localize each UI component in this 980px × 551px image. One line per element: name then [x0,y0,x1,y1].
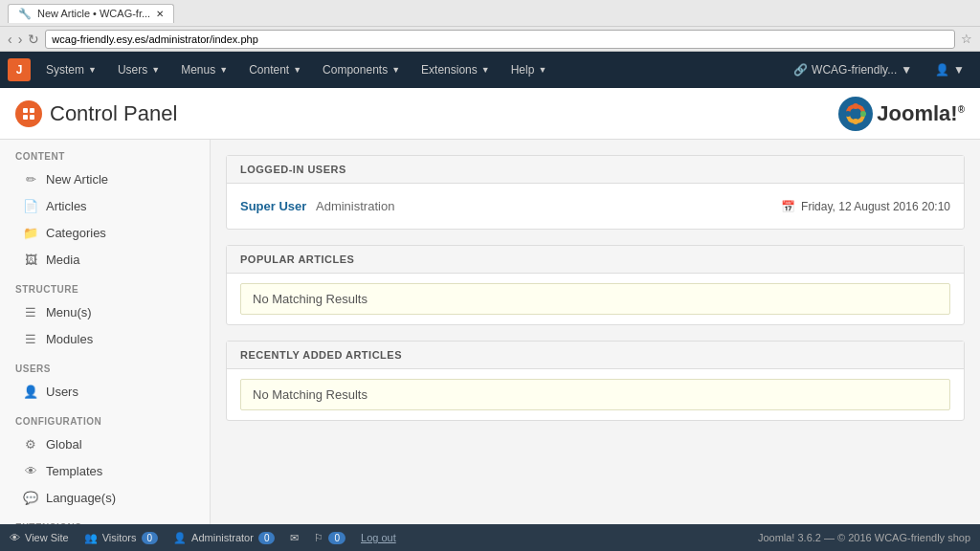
modules-icon: ☰ [23,331,38,346]
sidebar-item-users[interactable]: 👤 Users [0,378,210,405]
chevron-down-icon: ▼ [88,65,97,75]
sidebar-section-users: USERS [0,352,210,378]
browser-tab-bar: 🔧 New Article • WCAG-fr... ✕ [0,0,980,27]
tab-close-button[interactable]: ✕ [156,9,164,19]
svg-point-8 [845,111,851,117]
svg-rect-0 [23,108,28,113]
joomla-logo: Joomla!® [838,97,965,131]
back-button[interactable]: ‹ [8,32,12,47]
popular-articles-empty: No Matching Results [240,283,950,315]
user-icon: 👤 [23,384,38,399]
alert-badge: 0 [328,532,345,544]
nav-right: 🔗 WCAG-friendly... ▼ 👤 ▼ [786,59,972,80]
svg-point-7 [853,119,858,124]
header-left: Control Panel [15,100,177,127]
popular-articles-panel: POPULAR ARTICLES No Matching Results [226,245,965,325]
status-bar: 👁 View Site 👥 Visitors 0 👤 Administrator… [0,524,980,551]
chevron-down-icon: ▼ [391,65,400,75]
messages-badge: 0 [258,532,276,544]
nav-item-menus[interactable]: Menus ▼ [171,57,237,82]
user-row: Super User Administration 📅 Friday, 12 A… [240,193,950,219]
chevron-down-icon: ▼ [901,63,912,77]
page-header: Control Panel Joomla!® [0,88,980,140]
visitors-item: 👥 Visitors 0 [84,532,158,544]
nav-item-content[interactable]: Content ▼ [239,57,311,82]
sidebar-item-menus[interactable]: ☰ Menu(s) [0,298,210,325]
nav-item-extensions[interactable]: Extensions ▼ [412,57,500,82]
control-panel-icon [15,100,42,127]
sidebar-item-language[interactable]: 💬 Language(s) [0,484,210,511]
folder-icon: 📁 [23,225,38,240]
svg-rect-3 [30,115,34,120]
sidebar: CONTENT ✏ New Article 📄 Articles 📁 Categ… [0,140,211,524]
sidebar-item-articles[interactable]: 📄 Articles [0,192,210,219]
sidebar-item-categories[interactable]: 📁 Categories [0,219,210,246]
nav-item-help[interactable]: Help ▼ [501,57,557,82]
forward-button[interactable]: › [18,32,23,47]
sidebar-item-new-article[interactable]: ✏ New Article [0,165,210,192]
sidebar-item-media[interactable]: 🖼 Media [0,246,210,273]
svg-point-6 [860,111,866,117]
view-site-item[interactable]: 👁 View Site [10,532,69,543]
bookmark-icon[interactable]: ☆ [961,32,972,46]
chevron-down-icon: ▼ [538,65,546,75]
sidebar-section-configuration: CONFIGURATION [0,405,210,430]
user-menu[interactable]: 👤 ▼ [927,59,972,80]
external-link-icon: 🔗 [793,63,808,77]
url-input[interactable] [45,30,955,49]
page-title: Control Panel [50,101,177,126]
svg-point-5 [853,103,858,109]
sidebar-item-global[interactable]: ⚙ Global [0,430,210,457]
popular-articles-body: No Matching Results [227,274,964,324]
sidebar-section-structure: STRUCTURE [0,273,210,298]
svg-point-4 [838,97,873,131]
logged-in-users-header: LOGGED-IN USERS [227,156,964,184]
recently-added-header: RECENTLY ADDED ARTICLES [227,342,964,369]
chevron-down-icon: ▼ [481,65,490,75]
user-info: Super User Administration [240,199,394,213]
nav-item-components[interactable]: Components ▼ [313,57,410,82]
alert-icon: ⚐ [314,532,323,544]
recently-added-panel: RECENTLY ADDED ARTICLES No Matching Resu… [226,341,965,421]
pencil-icon: ✏ [23,171,38,187]
tab-favicon: 🔧 [18,8,32,20]
main-content: LOGGED-IN USERS Super User Administratio… [211,140,980,524]
administrator-item: 👤 Administrator 0 [173,532,275,544]
sidebar-section-extensions: EXTENSIONS [0,511,210,524]
alert-icon-item: ⚐ 0 [314,532,345,544]
image-icon: 🖼 [23,252,38,267]
logged-in-users-panel: LOGGED-IN USERS Super User Administratio… [226,155,965,230]
sidebar-item-templates[interactable]: 👁 Templates [0,457,210,484]
user-icon: 👤 [935,63,949,77]
user-name[interactable]: Super User [240,199,306,213]
sidebar-item-modules[interactable]: ☰ Modules [0,325,210,352]
nav-item-users[interactable]: Users ▼ [108,57,169,82]
mail-icon: ✉ [290,532,299,544]
chevron-down-icon: ▼ [151,65,160,75]
popular-articles-header: POPULAR ARTICLES [227,246,964,274]
recently-added-body: No Matching Results [227,369,964,420]
admin-icon: 👤 [173,532,187,544]
joomla-logo-icon [838,97,873,131]
visitors-badge: 0 [142,532,159,544]
joomla-text: Joomla!® [877,101,965,126]
chevron-down-icon: ▼ [219,65,228,75]
main-layout: CONTENT ✏ New Article 📄 Articles 📁 Categ… [0,140,980,524]
menu-icon: ☰ [23,304,38,320]
chevron-down-icon: ▼ [293,65,301,75]
recently-added-empty: No Matching Results [240,379,950,410]
logout-link[interactable]: Log out [361,532,396,543]
nav-item-system[interactable]: System ▼ [36,57,106,82]
status-bar-right: Joomla! 3.6.2 — © 2016 WCAG-friendly sho… [758,532,970,543]
refresh-button[interactable]: ↻ [28,32,39,47]
user-role: Administration [316,199,394,213]
address-bar: ‹ › ↻ ☆ [0,27,980,52]
browser-tab[interactable]: 🔧 New Article • WCAG-fr... ✕ [8,4,174,23]
visitors-icon: 👥 [84,532,98,544]
chevron-down-icon: ▼ [953,63,965,77]
site-name[interactable]: 🔗 WCAG-friendly... ▼ [786,59,920,80]
gear-icon: ⚙ [23,436,38,452]
svg-rect-2 [23,115,28,120]
logged-in-users-body: Super User Administration 📅 Friday, 12 A… [227,184,964,229]
messages-icon-item: ✉ [290,532,299,544]
